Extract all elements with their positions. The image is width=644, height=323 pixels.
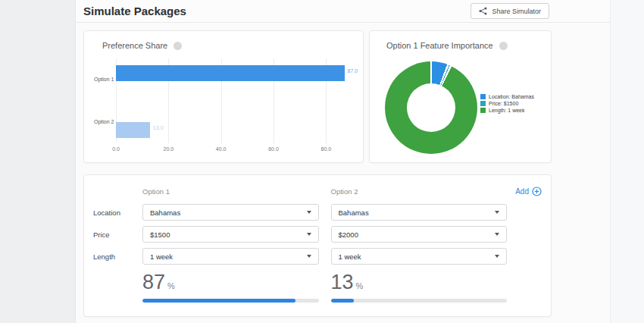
simulator-header-row: Option 1 Option 2 Add [93,184,542,198]
chevron-down-icon [495,255,499,258]
preference-result: 87% [142,272,319,303]
select-value: 1 week [150,252,173,261]
chevron-down-icon [495,233,499,236]
chevron-down-icon [307,211,311,214]
x-axis-tick-label: 40.0 [216,146,227,152]
legend-swatch [480,108,486,113]
x-axis-tick-label: 20.0 [164,146,174,152]
donut-chart [385,61,477,154]
info-icon[interactable] [499,42,508,50]
legend-label: Length: 1 week [489,108,524,113]
select-value: 1 week [339,252,361,261]
share-simulator-button[interactable]: Share Simulator [470,3,549,19]
simulator-row: Length1 week1 week [93,248,542,265]
price-select-option-1[interactable]: $1500 [142,226,319,243]
plus-circle-icon [532,187,542,196]
bar-value-label: 87.0 [348,68,358,74]
feature-importance-card: Option 1 Feature Importance Location: Ba… [369,30,552,163]
preference-progress-track [331,299,508,303]
simulator-row: LocationBahamasBahamas [93,204,542,221]
select-value: Bahamas [339,209,369,217]
chevron-down-icon [307,255,311,258]
share-icon [479,7,487,15]
x-axis-tick-label: 0.0 [112,146,120,152]
location-select-option-1[interactable]: Bahamas [142,204,319,221]
column-header-option-1: Option 1 [142,187,319,196]
main-panel: Simulate Packages Share Simulator Prefer… [76,0,610,323]
legend-item: Price: $1500 [480,101,534,106]
chevron-down-icon [495,211,499,214]
row-label: Price [93,230,142,239]
legend-item: Length: 1 week [480,108,534,113]
column-header-option-2: Option 2 [331,187,508,196]
percent-unit: % [167,281,175,290]
share-button-label: Share Simulator [492,8,541,15]
results-row: 87%13% [93,272,542,303]
x-axis-tick-label: 80.0 [321,146,332,152]
preference-percent: 13% [331,272,508,293]
select-value: $2000 [339,230,358,239]
feature-importance-title: Option 1 Feature Importance [386,41,493,50]
percent-value: 87 [142,272,165,293]
bar-option-1: 87.0 [116,65,345,81]
price-select-option-2[interactable]: $2000 [331,226,508,243]
right-gutter [610,0,644,323]
chevron-down-icon [307,233,311,236]
x-axis-tick-label: 60.0 [268,146,279,152]
y-axis-label: Option 1 [94,77,117,82]
y-axis-label: Option 2 [94,119,117,124]
preference-progress-fill [331,299,354,303]
preference-percent: 87% [142,272,319,293]
content-area: Preference Share 0.020.040.060.080.0Opti… [76,23,610,317]
legend-item: Location: Bahamas [480,94,534,99]
simulator-card: Option 1 Option 2 Add LocationBahamasBah… [83,174,552,317]
legend-swatch [480,101,486,106]
info-icon[interactable] [174,42,182,50]
simulator-row: Price$1500$2000 [93,226,542,243]
percent-unit: % [356,281,364,290]
preference-result: 13% [331,272,508,303]
location-select-option-2[interactable]: Bahamas [331,204,508,221]
length-select-option-1[interactable]: 1 week [142,248,319,265]
legend-label: Location: Bahamas [489,94,534,99]
bar-value-label: 13.0 [153,125,164,130]
preference-share-plot: 0.020.040.060.080.0Option 187.0Option 21… [116,58,352,143]
add-option-button[interactable]: Add [515,187,542,196]
percent-value: 13 [331,272,354,293]
bar-option-2: 13.0 [116,122,150,138]
donut-legend: Location: BahamasPrice: $1500Length: 1 w… [480,94,534,114]
preference-progress-track [142,299,319,303]
select-value: $1500 [150,230,170,239]
page-title: Simulate Packages [83,5,186,17]
page-header: Simulate Packages Share Simulator [76,0,610,23]
row-label: Location [93,209,142,217]
legend-label: Price: $1500 [489,101,518,106]
left-sidebar-gutter [0,0,76,323]
preference-share-title: Preference Share [102,41,167,50]
add-label: Add [515,187,529,196]
length-select-option-2[interactable]: 1 week [331,248,508,265]
select-value: Bahamas [150,209,180,217]
preference-progress-fill [142,299,295,303]
donut-hole [407,83,455,132]
row-label: Length [93,252,142,261]
legend-swatch [480,94,486,99]
preference-share-card: Preference Share 0.020.040.060.080.0Opti… [83,30,364,163]
